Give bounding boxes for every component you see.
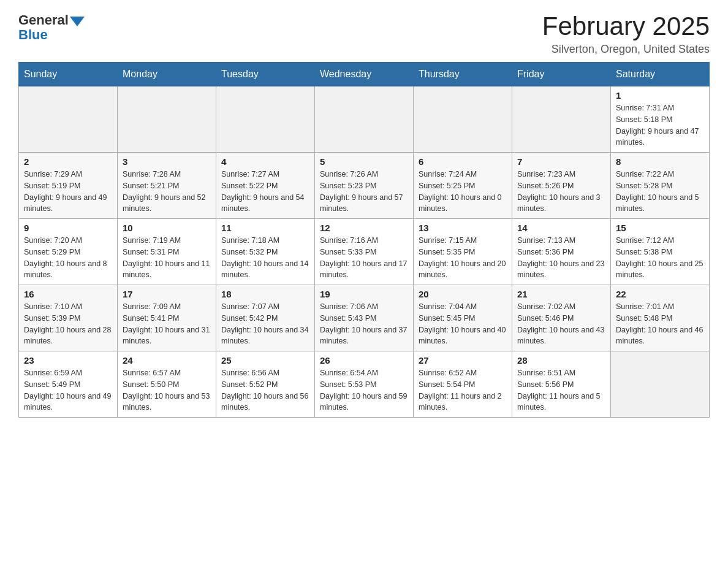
calendar-cell: 10Sunrise: 7:19 AMSunset: 5:31 PMDayligh…	[118, 219, 216, 285]
day-info: Sunrise: 6:59 AMSunset: 5:49 PMDaylight:…	[24, 367, 112, 413]
calendar-cell	[414, 86, 512, 153]
day-number: 24	[123, 355, 211, 366]
day-number: 27	[419, 355, 507, 366]
day-info: Sunrise: 7:26 AMSunset: 5:23 PMDaylight:…	[320, 169, 408, 215]
day-number: 8	[616, 156, 704, 167]
calendar-cell: 17Sunrise: 7:09 AMSunset: 5:41 PMDayligh…	[118, 285, 216, 351]
day-number: 28	[517, 355, 605, 366]
logo-blue-text: Blue	[18, 27, 48, 43]
calendar-cell: 9Sunrise: 7:20 AMSunset: 5:29 PMDaylight…	[19, 219, 118, 285]
calendar-cell: 6Sunrise: 7:24 AMSunset: 5:25 PMDaylight…	[414, 153, 512, 219]
calendar-cell: 18Sunrise: 7:07 AMSunset: 5:42 PMDayligh…	[216, 285, 315, 351]
calendar-cell: 15Sunrise: 7:12 AMSunset: 5:38 PMDayligh…	[611, 219, 710, 285]
calendar-cell: 4Sunrise: 7:27 AMSunset: 5:22 PMDaylight…	[216, 153, 315, 219]
calendar-cell: 27Sunrise: 6:52 AMSunset: 5:54 PMDayligh…	[414, 351, 512, 418]
calendar-cell: 8Sunrise: 7:22 AMSunset: 5:28 PMDaylight…	[611, 153, 710, 219]
calendar-cell	[611, 351, 710, 418]
day-info: Sunrise: 7:15 AMSunset: 5:35 PMDaylight:…	[419, 235, 507, 281]
day-number: 16	[24, 289, 112, 299]
weekday-header-wednesday: Wednesday	[315, 63, 414, 86]
weekday-header-tuesday: Tuesday	[216, 63, 315, 86]
day-number: 14	[517, 223, 605, 233]
day-number: 10	[123, 223, 211, 233]
day-info: Sunrise: 7:06 AMSunset: 5:43 PMDaylight:…	[320, 301, 408, 347]
calendar-cell	[118, 86, 216, 153]
calendar-header-row: SundayMondayTuesdayWednesdayThursdayFrid…	[19, 63, 710, 86]
calendar-cell: 21Sunrise: 7:02 AMSunset: 5:46 PMDayligh…	[512, 285, 611, 351]
day-info: Sunrise: 6:51 AMSunset: 5:56 PMDaylight:…	[517, 367, 605, 413]
calendar-cell: 20Sunrise: 7:04 AMSunset: 5:45 PMDayligh…	[414, 285, 512, 351]
calendar-cell: 3Sunrise: 7:28 AMSunset: 5:21 PMDaylight…	[118, 153, 216, 219]
day-number: 19	[320, 289, 408, 299]
calendar-cell: 23Sunrise: 6:59 AMSunset: 5:49 PMDayligh…	[19, 351, 118, 418]
day-number: 4	[221, 156, 309, 167]
day-info: Sunrise: 7:13 AMSunset: 5:36 PMDaylight:…	[517, 235, 605, 281]
day-info: Sunrise: 7:16 AMSunset: 5:33 PMDaylight:…	[320, 235, 408, 281]
calendar-cell: 28Sunrise: 6:51 AMSunset: 5:56 PMDayligh…	[512, 351, 611, 418]
day-number: 3	[123, 156, 211, 167]
calendar-cell	[216, 86, 315, 153]
calendar-table: SundayMondayTuesdayWednesdayThursdayFrid…	[18, 62, 710, 418]
day-number: 5	[320, 156, 408, 167]
calendar-week-row: 9Sunrise: 7:20 AMSunset: 5:29 PMDaylight…	[19, 219, 710, 285]
weekday-header-friday: Friday	[512, 63, 611, 86]
day-number: 15	[616, 223, 704, 233]
logo: General Blue	[18, 12, 85, 43]
weekday-header-monday: Monday	[118, 63, 216, 86]
calendar-subtitle: Silverton, Oregon, United States	[542, 43, 710, 56]
day-info: Sunrise: 7:27 AMSunset: 5:22 PMDaylight:…	[221, 169, 309, 215]
day-info: Sunrise: 7:22 AMSunset: 5:28 PMDaylight:…	[616, 169, 704, 215]
calendar-cell: 13Sunrise: 7:15 AMSunset: 5:35 PMDayligh…	[414, 219, 512, 285]
day-info: Sunrise: 7:19 AMSunset: 5:31 PMDaylight:…	[123, 235, 211, 281]
day-number: 9	[24, 223, 112, 233]
day-info: Sunrise: 7:24 AMSunset: 5:25 PMDaylight:…	[419, 169, 507, 215]
logo-general-text: General	[18, 12, 69, 28]
day-info: Sunrise: 7:01 AMSunset: 5:48 PMDaylight:…	[616, 301, 704, 347]
calendar-week-row: 16Sunrise: 7:10 AMSunset: 5:39 PMDayligh…	[19, 285, 710, 351]
calendar-cell	[512, 86, 611, 153]
day-number: 6	[419, 156, 507, 167]
day-number: 23	[24, 355, 112, 366]
weekday-header-sunday: Sunday	[19, 63, 118, 86]
day-info: Sunrise: 7:02 AMSunset: 5:46 PMDaylight:…	[517, 301, 605, 347]
day-number: 13	[419, 223, 507, 233]
weekday-header-thursday: Thursday	[414, 63, 512, 86]
calendar-cell: 14Sunrise: 7:13 AMSunset: 5:36 PMDayligh…	[512, 219, 611, 285]
calendar-cell: 24Sunrise: 6:57 AMSunset: 5:50 PMDayligh…	[118, 351, 216, 418]
calendar-cell: 12Sunrise: 7:16 AMSunset: 5:33 PMDayligh…	[315, 219, 414, 285]
day-info: Sunrise: 7:18 AMSunset: 5:32 PMDaylight:…	[221, 235, 309, 281]
calendar-cell: 25Sunrise: 6:56 AMSunset: 5:52 PMDayligh…	[216, 351, 315, 418]
day-number: 21	[517, 289, 605, 299]
calendar-title: February 2025	[542, 12, 710, 40]
day-number: 7	[517, 156, 605, 167]
day-info: Sunrise: 7:07 AMSunset: 5:42 PMDaylight:…	[221, 301, 309, 347]
day-info: Sunrise: 6:54 AMSunset: 5:53 PMDaylight:…	[320, 367, 408, 413]
calendar-cell: 22Sunrise: 7:01 AMSunset: 5:48 PMDayligh…	[611, 285, 710, 351]
calendar-cell: 11Sunrise: 7:18 AMSunset: 5:32 PMDayligh…	[216, 219, 315, 285]
calendar-cell	[315, 86, 414, 153]
day-number: 18	[221, 289, 309, 299]
weekday-header-saturday: Saturday	[611, 63, 710, 86]
day-number: 17	[123, 289, 211, 299]
title-area: February 2025 Silverton, Oregon, United …	[542, 12, 710, 56]
calendar-week-row: 1Sunrise: 7:31 AMSunset: 5:18 PMDaylight…	[19, 86, 710, 153]
day-number: 11	[221, 223, 309, 233]
day-info: Sunrise: 7:29 AMSunset: 5:19 PMDaylight:…	[24, 169, 112, 215]
day-info: Sunrise: 7:10 AMSunset: 5:39 PMDaylight:…	[24, 301, 112, 347]
calendar-cell: 7Sunrise: 7:23 AMSunset: 5:26 PMDaylight…	[512, 153, 611, 219]
day-info: Sunrise: 7:20 AMSunset: 5:29 PMDaylight:…	[24, 235, 112, 281]
day-info: Sunrise: 7:23 AMSunset: 5:26 PMDaylight:…	[517, 169, 605, 215]
day-info: Sunrise: 7:28 AMSunset: 5:21 PMDaylight:…	[123, 169, 211, 215]
calendar-cell: 2Sunrise: 7:29 AMSunset: 5:19 PMDaylight…	[19, 153, 118, 219]
calendar-cell: 19Sunrise: 7:06 AMSunset: 5:43 PMDayligh…	[315, 285, 414, 351]
day-info: Sunrise: 7:31 AMSunset: 5:18 PMDaylight:…	[616, 102, 704, 148]
day-info: Sunrise: 7:09 AMSunset: 5:41 PMDaylight:…	[123, 301, 211, 347]
day-info: Sunrise: 6:56 AMSunset: 5:52 PMDaylight:…	[221, 367, 309, 413]
day-number: 2	[24, 156, 112, 167]
day-info: Sunrise: 7:04 AMSunset: 5:45 PMDaylight:…	[419, 301, 507, 347]
day-number: 20	[419, 289, 507, 299]
day-number: 22	[616, 289, 704, 299]
day-info: Sunrise: 6:57 AMSunset: 5:50 PMDaylight:…	[123, 367, 211, 413]
day-info: Sunrise: 7:12 AMSunset: 5:38 PMDaylight:…	[616, 235, 704, 281]
calendar-week-row: 2Sunrise: 7:29 AMSunset: 5:19 PMDaylight…	[19, 153, 710, 219]
